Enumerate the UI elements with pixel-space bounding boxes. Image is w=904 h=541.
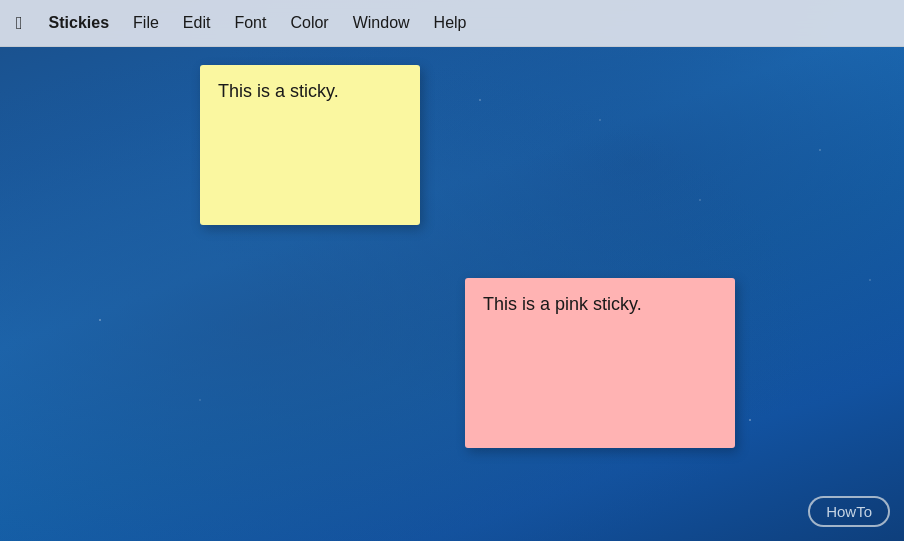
- menubar-file[interactable]: File: [121, 10, 171, 36]
- menubar-color[interactable]: Color: [278, 10, 340, 36]
- sticky-note-yellow[interactable]: This is a sticky.: [200, 65, 420, 225]
- howto-badge[interactable]: HowTo: [808, 496, 890, 527]
- sticky-text-pink: This is a pink sticky.: [483, 294, 642, 314]
- menubar-help[interactable]: Help: [422, 10, 479, 36]
- menubar-stickies[interactable]: Stickies: [37, 10, 121, 36]
- menubar:  Stickies File Edit Font Color Window H…: [0, 0, 904, 47]
- sticky-note-pink[interactable]: This is a pink sticky.: [465, 278, 735, 448]
- desktop-background: [0, 0, 904, 541]
- apple-menu[interactable]: : [10, 9, 37, 38]
- menubar-edit[interactable]: Edit: [171, 10, 223, 36]
- sticky-text-yellow: This is a sticky.: [218, 81, 339, 101]
- menubar-window[interactable]: Window: [341, 10, 422, 36]
- howto-label: HowTo: [826, 503, 872, 520]
- menubar-font[interactable]: Font: [222, 10, 278, 36]
